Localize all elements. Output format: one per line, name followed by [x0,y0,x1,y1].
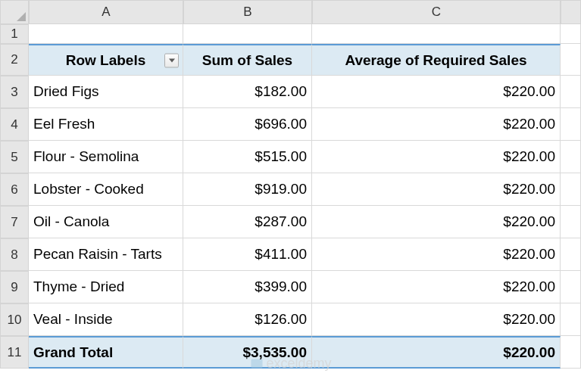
row-header-10[interactable]: 10 [0,303,29,336]
table-row[interactable]: $287.00 [183,206,312,238]
table-row[interactable]: Lobster - Cooked [29,173,183,206]
table-row[interactable]: Eel Fresh [29,108,183,141]
table-row[interactable]: $126.00 [183,303,312,336]
row-header-8[interactable]: 8 [0,238,29,271]
pivot-header-row-labels[interactable]: Row Labels [29,44,183,76]
row-header-5[interactable]: 5 [0,141,29,173]
cell[interactable] [561,173,581,206]
cell[interactable] [561,238,581,271]
table-row[interactable]: $411.00 [183,238,312,271]
table-row[interactable]: Pecan Raisin - Tarts [29,238,183,271]
table-row[interactable]: Veal - Inside [29,303,183,336]
row-header-7[interactable]: 7 [0,206,29,238]
cell[interactable] [561,24,581,44]
grand-total-sales[interactable]: $3,535.00 [183,336,312,369]
table-row[interactable]: $220.00 [312,238,561,271]
col-header-a[interactable]: A [29,0,183,24]
select-all-corner[interactable] [0,0,29,24]
row-header-4[interactable]: 4 [0,108,29,141]
cell[interactable] [561,206,581,238]
grand-total-label[interactable]: Grand Total [29,336,183,369]
row-header-6[interactable]: 6 [0,173,29,206]
row-header-2[interactable]: 2 [0,44,29,76]
table-row[interactable]: $220.00 [312,206,561,238]
table-row[interactable]: Dried Figs [29,76,183,108]
cell[interactable] [561,303,581,336]
cell[interactable] [561,336,581,369]
table-row[interactable]: $220.00 [312,76,561,108]
table-row[interactable]: $919.00 [183,173,312,206]
cell[interactable] [312,24,561,44]
table-row[interactable]: $220.00 [312,141,561,173]
table-row[interactable]: $182.00 [183,76,312,108]
table-row[interactable]: Thyme - Dried [29,271,183,303]
row-header-9[interactable]: 9 [0,271,29,303]
cell[interactable] [561,108,581,141]
row-header-11[interactable]: 11 [0,336,29,369]
table-row[interactable]: $220.00 [312,108,561,141]
col-header-b[interactable]: B [183,0,312,24]
table-row[interactable]: $220.00 [312,271,561,303]
col-header-c[interactable]: C [312,0,561,24]
spreadsheet-grid: A B C 1 2 Row Labels Sum of Sales Averag… [0,0,581,369]
table-row[interactable]: $696.00 [183,108,312,141]
table-row[interactable]: Flour - Semolina [29,141,183,173]
table-row[interactable]: $220.00 [312,173,561,206]
col-header-d[interactable] [561,0,581,24]
cell[interactable] [561,271,581,303]
cell[interactable] [183,24,312,44]
table-row[interactable]: Oil - Canola [29,206,183,238]
cell[interactable] [561,76,581,108]
filter-dropdown-icon[interactable] [164,53,179,67]
table-row[interactable]: $399.00 [183,271,312,303]
table-row[interactable]: $515.00 [183,141,312,173]
row-header-1[interactable]: 1 [0,24,29,44]
table-row[interactable]: $220.00 [312,303,561,336]
row-header-3[interactable]: 3 [0,76,29,108]
cell[interactable] [29,24,183,44]
grand-total-avg[interactable]: $220.00 [312,336,561,369]
pivot-header-avg-required-sales[interactable]: Average of Required Sales [312,44,561,76]
cell[interactable] [561,141,581,173]
header-text: Row Labels [66,52,146,69]
pivot-header-sum-of-sales[interactable]: Sum of Sales [183,44,312,76]
cell[interactable] [561,44,581,76]
